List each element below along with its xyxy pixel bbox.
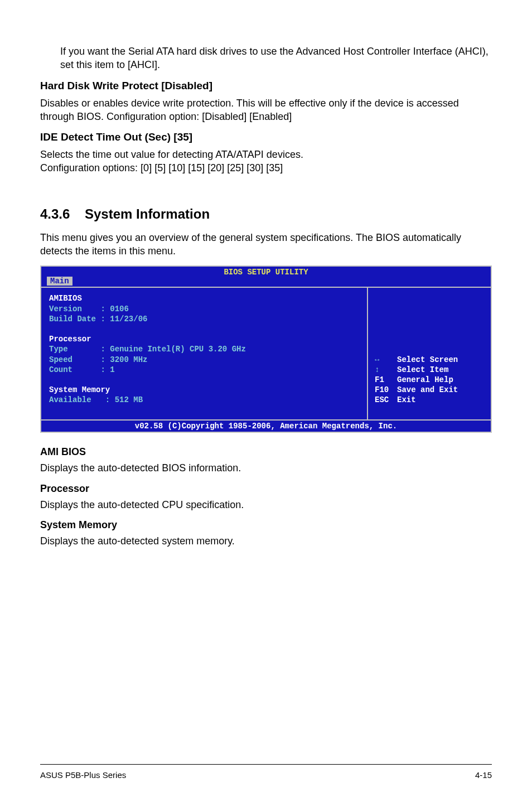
bios-processor-label: Processor — [49, 335, 91, 344]
bios-amibios-label: AMIBIOS — [49, 294, 82, 303]
bios-help-row: ↕Select Item — [375, 365, 485, 375]
heading-ami-bios: AMI BIOS — [40, 446, 492, 458]
bios-version-label: Version — [49, 305, 82, 313]
para-processor: Displays the auto-detected CPU specifica… — [40, 498, 492, 511]
bios-type-label: Type — [49, 345, 68, 354]
bios-tab-main: Main — [47, 277, 72, 286]
bios-help-save-exit: Save and Exit — [397, 385, 458, 394]
bios-speed-label: Speed — [49, 355, 72, 364]
bios-help-exit: Exit — [397, 395, 416, 404]
bios-key-esc: ESC — [375, 395, 397, 405]
bios-right-panel: ↔Select Screen ↕Select Item F1General He… — [368, 288, 491, 419]
bios-builddate-label: Build Date — [49, 315, 96, 323]
bios-available-label: Available — [49, 395, 91, 404]
bios-type-value: Genuine Intel(R) CPU 3.20 GHz — [110, 345, 246, 354]
bios-builddate-value: 11/23/06 — [110, 315, 147, 323]
footer-right: 4-15 — [475, 770, 492, 780]
para-hard-disk-write-protect: Disables or enables device write protect… — [40, 96, 492, 124]
bios-count-value: 1 — [110, 365, 114, 374]
para-system-memory: Displays the auto-detected system memory… — [40, 534, 492, 548]
heading-title: System Information — [85, 206, 210, 221]
bios-help-select-item: Select Item — [397, 365, 448, 374]
bios-title: BIOS SETUP UTILITY — [41, 267, 491, 277]
para-system-information-intro: This menu gives you an overview of the g… — [40, 231, 492, 258]
para-ami-bios: Displays the auto-detected BIOS informat… — [40, 461, 492, 475]
heading-processor: Processor — [40, 483, 492, 495]
page-footer: ASUS P5B-Plus Series 4-15 — [40, 764, 492, 780]
bios-help-general-help: General Help — [397, 375, 453, 384]
bios-help-row: ESCExit — [375, 395, 485, 405]
bios-help-select-screen: Select Screen — [397, 355, 458, 364]
para-ide-detect-time-out: Selects the time out value for detecting… — [40, 148, 492, 175]
bios-key-f10: F10 — [375, 385, 397, 395]
bios-available-value: 512 MB — [115, 395, 143, 404]
bios-memory-label: System Memory — [49, 385, 110, 394]
heading-ide-detect-time-out: IDE Detect Time Out (Sec) [35] — [40, 131, 492, 143]
heading-system-memory: System Memory — [40, 519, 492, 531]
intro-paragraph: If you want the Serial ATA hard disk dri… — [60, 45, 492, 72]
footer-left: ASUS P5B-Plus Series — [40, 770, 126, 780]
bios-footer: v02.58 (C)Copyright 1985-2006, American … — [41, 419, 491, 432]
arrows-ud-icon: ↕ — [375, 365, 397, 375]
bios-left-panel: AMIBIOS Version : 0106 Build Date : 11/2… — [41, 288, 368, 419]
heading-hard-disk-write-protect: Hard Disk Write Protect [Disabled] — [40, 80, 492, 92]
bios-speed-value: 3200 MHz — [110, 355, 147, 364]
bios-key-f1: F1 — [375, 375, 397, 385]
bios-screenshot: BIOS SETUP UTILITY Main AMIBIOS Version … — [40, 265, 492, 433]
bios-help-row: F1General Help — [375, 375, 485, 385]
bios-body: AMIBIOS Version : 0106 Build Date : 11/2… — [41, 287, 491, 419]
heading-number: 4.3.6 — [40, 206, 85, 222]
bios-count-label: Count — [49, 365, 72, 374]
arrows-lr-icon: ↔ — [375, 355, 397, 365]
bios-help-row: ↔Select Screen — [375, 355, 485, 365]
heading-system-information: 4.3.6System Information — [40, 206, 492, 222]
bios-version-value: 0106 — [110, 305, 129, 313]
bios-help-row: F10Save and Exit — [375, 385, 485, 395]
